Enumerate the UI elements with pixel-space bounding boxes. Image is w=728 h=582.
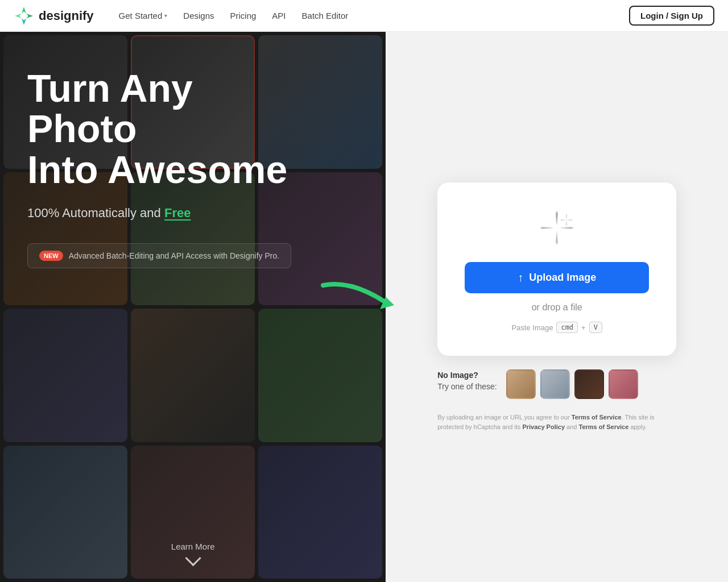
chevron-down-icon: [185, 550, 201, 566]
samples-section: No Image? Try one of these:: [437, 369, 676, 399]
sample-image-3[interactable]: [574, 369, 604, 399]
logo-icon: [14, 6, 34, 26]
hero-badge: NEW Advanced Batch-Editing and API Acces…: [27, 243, 291, 268]
upload-icon: ↑: [518, 271, 523, 284]
badge-text: Advanced Batch-Editing and API Access wi…: [69, 251, 279, 260]
nav-api[interactable]: API: [265, 7, 292, 24]
chevron-down-icon: ▾: [164, 13, 167, 19]
learn-more[interactable]: Learn More: [171, 542, 215, 564]
badge-new-label: NEW: [39, 251, 63, 261]
nav-batch-editor[interactable]: Batch Editor: [295, 7, 355, 24]
sample-images-row: [506, 369, 638, 399]
paste-plus: +: [581, 323, 586, 332]
upload-card: ↑ Upload Image or drop a file Paste Imag…: [437, 182, 676, 356]
sparkle-icon: [534, 205, 580, 251]
logo-text: designify: [39, 9, 94, 23]
paste-row: Paste Image cmd + V: [511, 322, 602, 333]
login-signup-button[interactable]: Login / Sign Up: [629, 6, 714, 26]
bg-tile: [131, 309, 255, 442]
svg-marker-0: [22, 7, 26, 14]
terms-of-service-link-2[interactable]: Terms of Service: [578, 423, 628, 430]
hero-title: Turn Any Photo Into Awesome: [27, 68, 358, 190]
disclaimer: By uploading an image or URL you agree t…: [437, 413, 676, 431]
nav-get-started[interactable]: Get Started ▾: [112, 7, 175, 24]
drop-text: or drop a file: [532, 302, 582, 313]
upload-button-label: Upload Image: [529, 272, 596, 284]
hero-subtitle: 100% Automatically and Free: [27, 206, 358, 221]
green-arrow-icon: [317, 274, 408, 319]
paste-v-key: V: [589, 322, 602, 333]
upload-button[interactable]: ↑ Upload Image: [465, 262, 649, 293]
bg-tile: [3, 446, 127, 579]
hero-right: ↑ Upload Image or drop a file Paste Imag…: [386, 32, 728, 582]
nav-designs[interactable]: Designs: [176, 7, 221, 24]
svg-marker-2: [22, 18, 26, 25]
hero-content: Turn Any Photo Into Awesome 100% Automat…: [0, 32, 386, 291]
page-wrapper: Turn Any Photo Into Awesome 100% Automat…: [0, 32, 728, 582]
svg-marker-1: [15, 14, 22, 18]
paste-cmd-key: cmd: [556, 322, 578, 333]
sample-image-4[interactable]: [609, 369, 638, 399]
nav-links: Get Started ▾ Designs Pricing API Batch …: [112, 7, 629, 24]
navbar: designify Get Started ▾ Designs Pricing …: [0, 0, 728, 32]
nav-pricing[interactable]: Pricing: [224, 7, 263, 24]
sample-image-2[interactable]: [540, 369, 570, 399]
terms-of-service-link[interactable]: Terms of Service: [572, 414, 622, 421]
bg-tile: [258, 309, 382, 442]
sample-image-1[interactable]: [506, 369, 536, 399]
bg-tile: [3, 309, 127, 442]
svg-marker-3: [26, 14, 33, 18]
bg-tile: [258, 446, 382, 579]
logo[interactable]: designify: [14, 6, 94, 26]
paste-label: Paste Image: [511, 323, 553, 332]
privacy-policy-link[interactable]: Privacy Policy: [522, 423, 565, 430]
no-image-label: No Image? Try one of these:: [437, 370, 497, 398]
